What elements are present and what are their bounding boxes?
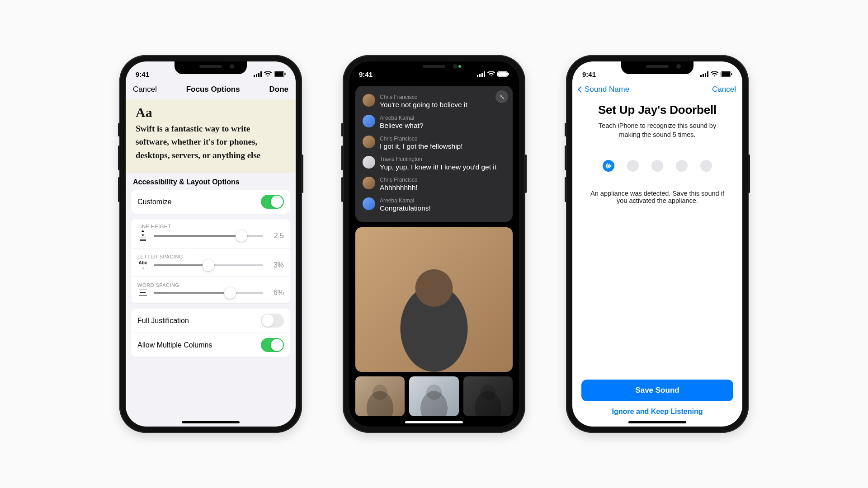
signal-icon xyxy=(700,71,708,77)
line-height-value: 2.5 xyxy=(269,232,284,240)
caption-speaker: Chris Francisco xyxy=(380,177,418,183)
collapse-icon: ⤡ xyxy=(500,94,505,100)
back-button[interactable]: Sound Name xyxy=(579,85,629,94)
page-subtitle: Teach iPhone to recognize this sound by … xyxy=(590,122,725,139)
caption-speaker: Travis Huntington xyxy=(380,156,496,162)
text-preview: Aa Swift is a fantastic way to write sof… xyxy=(126,99,296,173)
progress-dot-done xyxy=(603,160,614,172)
progress-dot-pending xyxy=(651,160,663,172)
live-captions-panel: ⤡ Chris FranciscoYou're not going to bel… xyxy=(355,86,513,222)
full-justification-label: Full Justification xyxy=(137,317,189,325)
navbar: Sound Name Cancel xyxy=(572,81,742,97)
home-indicator[interactable] xyxy=(182,421,240,423)
letter-spacing-slider[interactable] xyxy=(154,264,263,266)
caption-line: Chris FranciscoYou're not going to belie… xyxy=(362,91,506,112)
avatar xyxy=(363,136,375,148)
svg-rect-16 xyxy=(705,73,706,77)
line-height-icon xyxy=(137,230,148,242)
svg-rect-20 xyxy=(731,73,732,75)
caption-speaker: Areeba Kamal xyxy=(380,197,431,204)
svg-rect-3 xyxy=(260,71,262,77)
caption-speaker: Areeba Kamal xyxy=(380,115,424,121)
status-time: 9:41 xyxy=(359,70,373,78)
caption-text: Believe what? xyxy=(380,121,424,130)
svg-rect-10 xyxy=(484,71,485,77)
full-justification-toggle[interactable] xyxy=(261,314,284,328)
caption-text: Congratulations! xyxy=(380,204,431,212)
wifi-icon xyxy=(487,71,495,77)
customize-toggle[interactable] xyxy=(261,195,284,209)
status-time: 9:41 xyxy=(582,70,596,78)
nav-title: Focus Options xyxy=(186,85,240,94)
camera-indicator-dot xyxy=(458,65,461,68)
word-spacing-value: 6% xyxy=(269,289,284,297)
svg-rect-13 xyxy=(508,73,509,75)
progress-dot-pending xyxy=(627,160,639,172)
home-indicator[interactable] xyxy=(628,421,686,423)
svg-rect-5 xyxy=(275,72,283,76)
video-thumbnail[interactable] xyxy=(355,376,405,416)
video-thumbnail-row xyxy=(355,376,513,416)
waveform-icon xyxy=(605,163,613,169)
cancel-button[interactable]: Cancel xyxy=(133,85,157,94)
preview-aa: Aa xyxy=(136,105,286,120)
svg-rect-7 xyxy=(477,75,478,77)
battery-icon xyxy=(497,71,509,77)
phone-facetime-captions: 9:41 ⤡ Chris FranciscoYou're not going t… xyxy=(343,55,525,433)
caption-text: You're not going to believe it xyxy=(380,100,467,109)
caption-text: Yup, yup, I knew it! I knew you'd get it xyxy=(380,163,496,171)
caption-line: Travis HuntingtonYup, yup, I knew it! I … xyxy=(362,153,506,174)
signal-icon xyxy=(477,71,485,77)
collapse-captions-button[interactable]: ⤡ xyxy=(495,90,508,103)
letter-spacing-head: LETTER SPACING xyxy=(131,248,290,259)
caption-line: Areeba KamalCongratulations! xyxy=(362,195,506,216)
preview-body: Swift is a fantastic way to write softwa… xyxy=(136,122,286,162)
home-indicator[interactable] xyxy=(405,421,463,423)
toggles-card: Full Justification Allow Multiple Column… xyxy=(131,309,290,357)
letter-spacing-value: 3% xyxy=(269,261,284,269)
svg-rect-12 xyxy=(498,72,507,76)
ignore-button[interactable]: Ignore and Keep Listening xyxy=(581,401,733,417)
page-title: Set Up Jay's Doorbell xyxy=(598,103,717,117)
caption-line: Areeba KamalBelieve what? xyxy=(362,112,506,133)
multi-columns-toggle[interactable] xyxy=(261,338,284,352)
main-video-tile[interactable] xyxy=(355,227,513,372)
avatar xyxy=(363,115,375,127)
word-spacing-head: WORD SPACING xyxy=(131,277,290,288)
line-height-head: LINE HEIGHT xyxy=(131,219,290,229)
avatar xyxy=(363,197,375,210)
svg-rect-0 xyxy=(254,75,255,77)
letter-spacing-icon: Abc ↔ xyxy=(137,260,148,270)
battery-icon xyxy=(274,71,286,77)
progress-dot-pending xyxy=(676,160,688,172)
svg-rect-15 xyxy=(703,74,704,77)
caption-speaker: Chris Francisco xyxy=(380,94,467,100)
video-thumbnail[interactable] xyxy=(409,376,458,416)
back-label: Sound Name xyxy=(585,85,629,94)
detection-hint: An appliance was detected. Save this sou… xyxy=(590,190,725,204)
svg-rect-1 xyxy=(256,74,257,77)
progress-dot-pending xyxy=(700,160,712,172)
svg-rect-17 xyxy=(707,71,708,77)
sliders-card: LINE HEIGHT 2.5 LETTER SPACING Abc ↔ xyxy=(131,219,290,303)
footer: Save Sound Ignore and Keep Listening xyxy=(572,380,742,427)
line-height-slider[interactable] xyxy=(154,235,263,237)
chevron-left-icon xyxy=(578,86,584,93)
caption-text: I got it, I got the fellowship! xyxy=(380,142,463,150)
svg-rect-9 xyxy=(481,73,483,77)
svg-rect-6 xyxy=(285,73,286,75)
status-time: 9:41 xyxy=(136,70,149,78)
svg-rect-2 xyxy=(258,73,259,77)
done-button[interactable]: Done xyxy=(269,85,288,94)
cancel-button[interactable]: Cancel xyxy=(712,85,736,94)
svg-rect-8 xyxy=(479,74,481,77)
svg-rect-19 xyxy=(722,72,730,76)
phone-focus-options: 9:41 Cancel Focus Options Done Aa Swift … xyxy=(119,55,302,433)
word-spacing-slider[interactable] xyxy=(154,292,263,294)
save-sound-button[interactable]: Save Sound xyxy=(581,380,733,401)
recording-progress-dots xyxy=(603,160,712,172)
signal-icon xyxy=(254,71,262,77)
avatar xyxy=(363,177,375,189)
avatar xyxy=(363,94,375,107)
video-thumbnail[interactable] xyxy=(463,376,513,416)
